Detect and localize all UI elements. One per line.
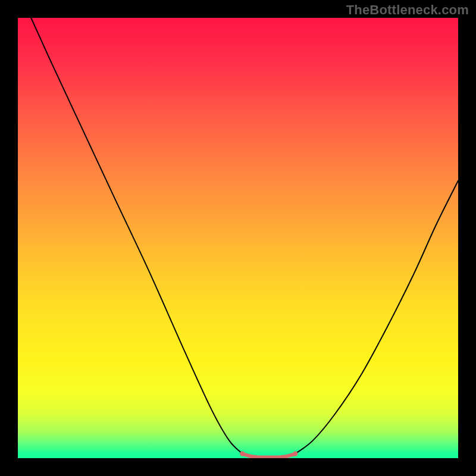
curve-right-ascent: [295, 181, 458, 454]
valley-endpoint-1: [293, 451, 298, 456]
valley-endpoint-0: [240, 451, 245, 456]
chart-frame: TheBottleneck.com: [0, 0, 476, 476]
curve-left-descent: [31, 18, 242, 454]
plot-area: [18, 18, 458, 458]
curve-svg: [18, 18, 458, 458]
watermark-text: TheBottleneck.com: [346, 2, 469, 18]
curve-valley-highlight: [242, 454, 295, 458]
